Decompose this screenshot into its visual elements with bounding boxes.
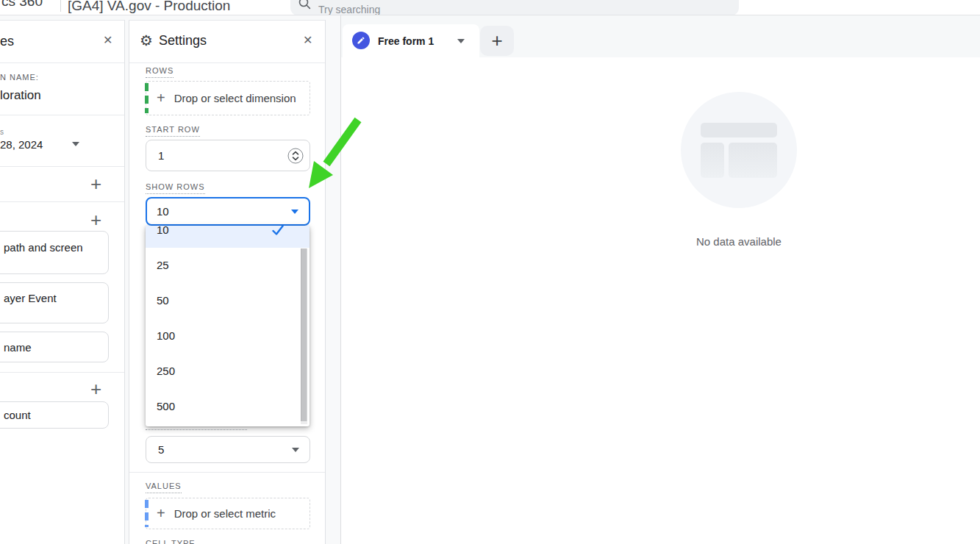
add-tab-button[interactable]: + — [480, 26, 514, 56]
tab-label: Free form 1 — [378, 35, 434, 47]
drop-metric-zone[interactable]: + Drop or select metric — [146, 498, 310, 529]
table-icon-cell — [729, 143, 777, 178]
date-range-value[interactable]: 28, 2024 — [0, 138, 43, 151]
top-app-bar: cs 360 [GA4] VA.gov - Production Try sea… — [0, 0, 980, 15]
gear-icon: ⚙ — [140, 32, 153, 49]
chevron-down-icon[interactable] — [72, 142, 79, 146]
dimension-chip-label: ayer Event — [4, 292, 57, 304]
stepper-icon[interactable] — [287, 148, 304, 164]
hidden-label-underline — [146, 429, 247, 430]
metric-chip-label: count — [0, 409, 31, 421]
add-segment-button[interactable]: + — [90, 175, 101, 193]
divider — [0, 201, 124, 202]
drop-metric-text: Drop or select metric — [174, 507, 276, 520]
divider — [0, 372, 124, 373]
scrollbar-thumb[interactable] — [301, 248, 307, 421]
dimension-chip-label: name — [0, 341, 32, 354]
show-rows-select[interactable]: 10 — [146, 197, 310, 226]
settings-panel-header: ⚙ Settings ✕ — [129, 21, 325, 63]
column-groups-select[interactable]: 5 — [146, 436, 310, 463]
drop-dimension-zone[interactable]: + Drop or select dimension — [146, 81, 310, 115]
exploration-name-text: loration — [0, 88, 41, 102]
tab-strip: Free form 1 + — [341, 15, 980, 57]
start-row-label: START ROW — [146, 125, 200, 134]
plus-icon: + — [157, 505, 165, 522]
settings-title: Settings — [159, 33, 207, 49]
add-metric-button[interactable]: + — [90, 380, 101, 398]
dimension-chip[interactable]: path and screen — [0, 231, 109, 274]
variables-title-fragment: es — [0, 34, 14, 49]
scrollbar-track[interactable] — [301, 248, 307, 424]
divider — [0, 115, 124, 115]
chevron-down-icon[interactable] — [457, 39, 465, 43]
dropdown-option[interactable]: 50 — [146, 283, 310, 318]
dropdown-option[interactable]: 100 — [146, 318, 310, 354]
empty-state-text: No data available — [629, 235, 849, 248]
topbar-divider — [60, 0, 61, 12]
variables-panel: es ✕ N NAME: loration s 28, 2024 + + pat… — [0, 20, 125, 544]
search-input[interactable]: Try searching — [290, 0, 739, 15]
metric-chip[interactable]: count — [0, 401, 109, 429]
exploration-name-label: N NAME: — [0, 73, 39, 82]
brand-text-fragment: cs 360 — [1, 0, 43, 10]
start-row-value: 1 — [146, 149, 164, 162]
exploration-name-value[interactable]: loration — [0, 88, 41, 102]
dropdown-option[interactable]: 500 — [146, 389, 310, 424]
search-placeholder: Try searching — [318, 4, 380, 15]
chevron-down-icon — [291, 210, 298, 214]
cell-type-label: CELL TYPE — [146, 539, 196, 544]
search-icon — [298, 0, 311, 10]
values-drop-accent — [145, 500, 149, 527]
values-label: VALUES — [146, 482, 182, 490]
plus-icon: + — [157, 90, 165, 107]
property-title: [GA4] VA.gov - Production — [68, 0, 230, 14]
show-rows-value: 10 — [147, 205, 169, 218]
empty-state-illustration — [681, 92, 797, 208]
variables-panel-header: es ✕ — [0, 21, 124, 63]
drop-dimension-text: Drop or select dimension — [174, 92, 296, 104]
dimension-chip[interactable]: ayer Event — [0, 282, 109, 323]
chevron-down-icon — [292, 448, 299, 452]
exploration-canvas: Free form 1 + — [340, 15, 980, 544]
dimension-chip[interactable]: name — [0, 332, 109, 362]
add-dimension-button[interactable]: + — [90, 211, 101, 229]
date-range-label-fragment: s — [0, 128, 4, 136]
dropdown-option[interactable]: 25 — [146, 248, 310, 283]
table-icon-cell — [701, 143, 724, 178]
dropdown-option[interactable]: 250 — [146, 354, 310, 389]
close-icon[interactable]: ✕ — [103, 35, 112, 46]
dropdown-option-label: 10 — [146, 226, 169, 236]
start-row-input[interactable]: 1 — [146, 140, 310, 171]
dimension-chip-label: path and screen — [4, 241, 83, 254]
table-icon — [701, 123, 777, 137]
checkmark-icon — [271, 226, 285, 237]
show-rows-label: SHOW ROWS — [146, 182, 205, 191]
divider — [0, 166, 124, 167]
column-groups-value: 5 — [146, 443, 164, 456]
settings-panel: ⚙ Settings ✕ ROWS + Drop or select dimen… — [129, 20, 326, 544]
divider — [129, 472, 325, 473]
show-rows-dropdown: 10 25 50 100 250 500 — [146, 226, 310, 426]
tab-free-form-1[interactable]: Free form 1 — [343, 24, 479, 57]
pencil-icon — [352, 32, 370, 49]
rows-label: ROWS — [146, 66, 174, 75]
rows-drop-accent — [145, 83, 149, 113]
close-icon[interactable]: ✕ — [303, 35, 312, 46]
dropdown-option-selected[interactable]: 10 — [146, 226, 310, 248]
